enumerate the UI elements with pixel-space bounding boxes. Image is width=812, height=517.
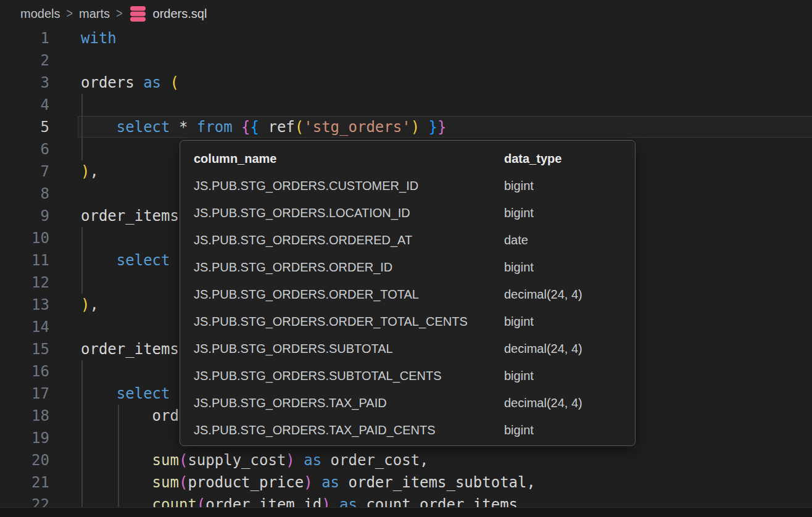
line-number: 3: [0, 72, 49, 94]
popup-column-name: JS.PUB.STG_ORDERS.SUBTOTAL: [180, 342, 504, 356]
popup-column-name: JS.PUB.STG_ORDERS.CUSTOMER_ID: [180, 179, 504, 193]
breadcrumb: models > marts > orders.sql: [0, 0, 812, 27]
popup-column-row: JS.PUB.STG_ORDERS.CUSTOMER_IDbigint: [180, 172, 635, 199]
line-number: 8: [0, 183, 49, 205]
popup-column-row: JS.PUB.STG_ORDERS.SUBTOTAL_CENTSbigint: [180, 362, 635, 389]
line-content: order_items: [49, 205, 179, 227]
popup-column-row: JS.PUB.STG_ORDERS.ORDER_TOTAL_CENTSbigin…: [180, 308, 635, 335]
line-number: 14: [0, 316, 49, 338]
code-line[interactable]: 2: [0, 49, 812, 72]
line-number: 15: [0, 338, 49, 360]
editor-window: models > marts > orders.sql 1with23order…: [0, 0, 812, 517]
breadcrumb-item-models[interactable]: models: [20, 7, 60, 21]
line-number: 9: [0, 205, 49, 227]
line-number: 5: [0, 116, 49, 138]
popup-column-row: JS.PUB.STG_ORDERS.ORDERED_ATdate: [180, 226, 635, 254]
popup-column-name: JS.PUB.STG_ORDERS.ORDER_ID: [180, 260, 504, 275]
code-line[interactable]: 1with: [0, 27, 812, 49]
line-content: sum(supply_cost) as order_cost,: [49, 449, 429, 471]
popup-column-name: JS.PUB.STG_ORDERS.ORDER_TOTAL: [180, 287, 504, 302]
line-number: 6: [0, 138, 49, 160]
line-number: 2: [0, 49, 49, 72]
popup-column-row: JS.PUB.STG_ORDERS.TAX_PAID_CENTSbigint: [180, 416, 635, 444]
line-content: select: [49, 383, 170, 405]
line-number: 13: [0, 294, 49, 316]
popup-header-data-type: data_type: [504, 152, 561, 166]
code-line[interactable]: 5 select * from {{ ref('stg_orders') }}: [0, 116, 812, 138]
line-number: 12: [0, 271, 49, 294]
popup-body: JS.PUB.STG_ORDERS.CUSTOMER_IDbigintJS.PU…: [180, 172, 635, 444]
line-number: 16: [0, 360, 49, 383]
line-number: 1: [0, 27, 49, 49]
line-content: select * from {{ ref('stg_orders') }}: [49, 116, 446, 138]
popup-data-type: decimal(24, 4): [504, 342, 582, 356]
popup-header-row: column_name data_type: [180, 145, 635, 172]
popup-column-name: JS.PUB.STG_ORDERS.ORDERED_AT: [180, 233, 504, 247]
popup-data-type: decimal(24, 4): [504, 287, 582, 302]
chevron-right-icon: >: [116, 6, 123, 22]
popup-data-type: bigint: [504, 369, 534, 383]
line-number: 19: [0, 427, 49, 449]
breadcrumb-item-file[interactable]: orders.sql: [153, 7, 207, 21]
popup-column-row: JS.PUB.STG_ORDERS.ORDER_TOTALdecimal(24,…: [180, 281, 635, 308]
chevron-right-icon: >: [66, 6, 73, 22]
popup-data-type: decimal(24, 4): [504, 396, 582, 410]
line-number: 17: [0, 383, 49, 405]
popup-data-type: bigint: [504, 260, 534, 275]
popup-column-name: JS.PUB.STG_ORDERS.TAX_PAID: [180, 396, 504, 410]
popup-header-column-name: column_name: [180, 152, 504, 166]
line-number: 20: [0, 449, 49, 471]
code-line[interactable]: 3orders as (: [0, 72, 812, 94]
line-number: 7: [0, 160, 49, 183]
line-content: with: [49, 27, 117, 49]
editor-bottom-edge: [0, 507, 812, 517]
breadcrumb-item-marts[interactable]: marts: [79, 7, 110, 21]
line-content: ord: [49, 405, 179, 427]
line-number: 11: [0, 249, 49, 271]
code-line[interactable]: 20 sum(supply_cost) as order_cost,: [0, 449, 812, 471]
line-content: sum(product_price) as order_items_subtot…: [49, 471, 536, 494]
popup-column-name: JS.PUB.STG_ORDERS.SUBTOTAL_CENTS: [180, 369, 504, 383]
popup-column-row: JS.PUB.STG_ORDERS.LOCATION_IDbigint: [180, 199, 635, 226]
line-number: 18: [0, 405, 49, 427]
popup-data-type: bigint: [504, 179, 534, 193]
popup-column-row: JS.PUB.STG_ORDERS.SUBTOTALdecimal(24, 4): [180, 335, 635, 362]
line-number: 4: [0, 94, 49, 116]
popup-column-name: JS.PUB.STG_ORDERS.LOCATION_ID: [180, 206, 504, 220]
popup-column-name: JS.PUB.STG_ORDERS.TAX_PAID_CENTS: [180, 423, 504, 437]
line-content: select: [49, 249, 170, 271]
popup-column-name: JS.PUB.STG_ORDERS.ORDER_TOTAL_CENTS: [180, 315, 504, 329]
line-number: 10: [0, 227, 49, 249]
code-line[interactable]: 21 sum(product_price) as order_items_sub…: [0, 471, 812, 494]
schema-hover-popup: column_name data_type JS.PUB.STG_ORDERS.…: [180, 140, 636, 446]
database-icon: [129, 6, 147, 22]
popup-data-type: bigint: [504, 206, 534, 220]
popup-data-type: bigint: [504, 315, 534, 329]
line-content: ),: [49, 160, 99, 183]
popup-column-row: JS.PUB.STG_ORDERS.TAX_PAIDdecimal(24, 4): [180, 389, 635, 416]
line-content: orders as (: [49, 72, 179, 94]
line-content: ),: [49, 294, 99, 316]
line-number: 21: [0, 471, 49, 494]
code-line[interactable]: 4: [0, 94, 812, 116]
popup-data-type: date: [504, 233, 528, 247]
line-content: order_items: [49, 338, 179, 360]
popup-column-row: JS.PUB.STG_ORDERS.ORDER_IDbigint: [180, 254, 635, 281]
popup-data-type: bigint: [504, 423, 534, 437]
